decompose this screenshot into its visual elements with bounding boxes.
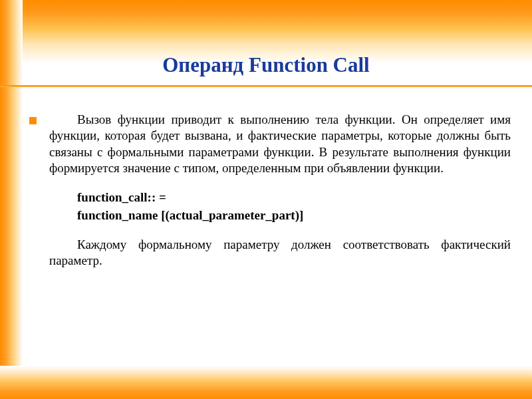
syntax-line-1: function_call:: = (77, 190, 511, 205)
bullet-icon (29, 117, 37, 124)
paragraph-intro: Вызов функции приводит к выполнению тела… (49, 112, 511, 176)
slide-title: Операнд Function Call (0, 53, 532, 77)
bottom-gradient-band (0, 366, 532, 399)
slide-content: Вызов функции приводит к выполнению тела… (49, 112, 511, 283)
syntax-block: function_call:: = function_name [(actual… (49, 190, 511, 223)
title-underline (0, 85, 532, 87)
slide: Операнд Function Call Вызов функции прив… (0, 0, 532, 399)
paragraph-note: Каждому формальному параметру должен соо… (49, 237, 511, 269)
syntax-line-2: function_name [(actual_parameter_part)] (77, 207, 511, 223)
